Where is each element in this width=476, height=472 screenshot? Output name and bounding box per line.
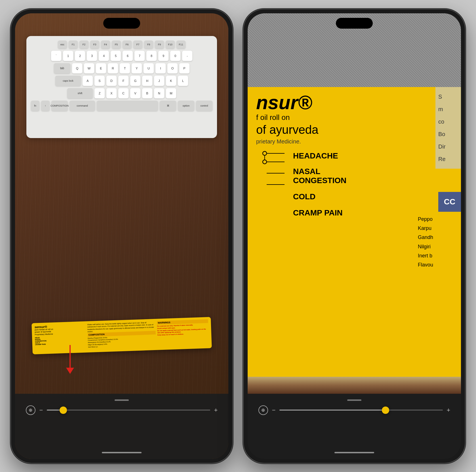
- product-medicine-zoomed: prietary Medicine.: [256, 138, 452, 145]
- ingredient-karpu: Karpu: [418, 224, 459, 233]
- key-dash: -: [182, 51, 192, 61]
- right-label-s: S: [438, 90, 458, 103]
- key-z: Z: [94, 88, 105, 98]
- key-l: L: [178, 76, 188, 86]
- key-f: F: [118, 76, 129, 86]
- swipe-up-handle-1[interactable]: [115, 399, 129, 401]
- zoom-minus-2[interactable]: −: [272, 407, 276, 414]
- zoom-track-1[interactable]: [47, 410, 210, 410]
- key-u: U: [144, 63, 154, 73]
- zoom-in-icon-2[interactable]: ⊕: [258, 405, 268, 415]
- key-2: 2: [75, 51, 85, 61]
- dynamic-island-1: [103, 18, 140, 29]
- keyboard-row-fn: esc F1 F2 F3 F4 F5 F6 F7 F8 F9 F10 F11: [31, 41, 212, 48]
- key-command: command: [69, 101, 95, 111]
- key-o: O: [167, 63, 178, 73]
- zoom-in-icon-1[interactable]: ⊕: [26, 405, 35, 415]
- zoom-thumb-2[interactable]: [382, 407, 389, 414]
- conditions-lines-svg: [259, 148, 316, 204]
- ingredients-list-right: Peppo Karpu Gandh Nilgiri Inert b Flavou: [418, 215, 460, 270]
- product-ayurveda-zoomed: of ayurveda: [256, 123, 452, 137]
- key-d: D: [106, 76, 117, 86]
- key-control: control: [196, 101, 212, 111]
- zoom-fill-2: [279, 410, 386, 410]
- key-5: 5: [111, 51, 121, 61]
- zoom-bar-2: ⊕ − +: [258, 405, 450, 415]
- key-8: 8: [146, 51, 157, 61]
- right-label-co: co: [438, 115, 458, 128]
- key-e: E: [96, 63, 106, 73]
- key-space: [97, 101, 158, 111]
- key-p: P: [179, 63, 189, 73]
- ingredient-flavou: Flavou: [418, 260, 459, 269]
- key-f4: F4: [101, 41, 110, 48]
- ingredient-peppo: Peppo: [418, 215, 459, 224]
- key-4: 4: [99, 51, 109, 61]
- key-shift: shift: [67, 88, 93, 98]
- key-f5: F5: [112, 41, 121, 48]
- key-option-left: COMPOSITION: [51, 101, 68, 111]
- ingredient-nilgiri: Nilgiri: [418, 242, 459, 251]
- key-f1: F1: [69, 41, 78, 48]
- bottom-controls-bar-1: ⊕ − +: [15, 394, 228, 459]
- keyboard-row-qwerty: tab Q W E R T Y U I O P: [31, 63, 212, 73]
- bottom-controls-bar-2: ⊕ − +: [248, 394, 461, 459]
- key-t: T: [120, 63, 130, 73]
- key-esc: esc: [58, 41, 67, 48]
- product-tagline-zoomed: f oil roll on: [256, 113, 452, 122]
- swipe-up-handle-2[interactable]: [347, 399, 361, 401]
- condition-cold: COLD: [293, 192, 452, 201]
- ingredient-gandh: Gandh: [418, 233, 459, 242]
- key-r: R: [108, 63, 118, 73]
- key-c: C: [118, 88, 129, 98]
- key-f10: F10: [166, 41, 175, 48]
- key-m: M: [166, 88, 176, 98]
- zoom-plus-1[interactable]: +: [214, 407, 218, 414]
- key-k: K: [166, 76, 176, 86]
- condition-nasal: NASAL CONGESTION: [293, 167, 452, 185]
- blue-cc-badge: CC: [438, 192, 461, 212]
- zoom-bar-1: ⊕ − +: [26, 405, 218, 415]
- phone-2: nsur® f oil roll on of ayurveda prietary…: [244, 9, 465, 463]
- zoom-minus-1[interactable]: −: [39, 407, 43, 414]
- key-fn: fn: [31, 101, 39, 111]
- keyboard-row-modifiers: fn ↑ COMPOSITION command ⌘ option contro…: [31, 101, 212, 111]
- key-6: 6: [123, 51, 133, 61]
- conditions-group: HEADACHE NASAL CONGESTION COLD: [262, 151, 452, 217]
- zoomed-content-area: nsur® f oil roll on of ayurveda prietary…: [248, 87, 461, 226]
- key-q: Q: [72, 63, 82, 73]
- home-indicator-2[interactable]: [334, 452, 374, 453]
- key-b: B: [142, 88, 152, 98]
- key-capslock: caps lock: [55, 76, 81, 86]
- key-option-right: option: [178, 101, 194, 111]
- key-j: J: [154, 76, 164, 86]
- right-label-m: m: [438, 103, 458, 115]
- key-f2: F2: [79, 41, 89, 48]
- sensur-middle-section: Shake well before use. Keep the bottle t…: [87, 321, 156, 350]
- key-f9: F9: [155, 41, 164, 48]
- key-s: S: [94, 76, 105, 86]
- keyboard-row-zxcv: shift Z X C V B N M: [31, 88, 212, 98]
- key-ctrl-arrow: ↑: [41, 101, 50, 111]
- key-f7: F7: [133, 41, 142, 48]
- key-h: H: [142, 76, 152, 86]
- product-brand-zoomed: nsur®: [256, 93, 452, 112]
- key-7: 7: [134, 51, 145, 61]
- zoom-plus-2[interactable]: +: [447, 407, 450, 414]
- ingredient-inert: Inert b: [418, 251, 459, 260]
- right-label-re: Re: [438, 153, 458, 165]
- arrow-head: [66, 368, 74, 374]
- zoom-thumb-1[interactable]: [60, 407, 67, 414]
- key-backtick: `: [51, 51, 61, 61]
- key-command-right: ⌘: [160, 101, 176, 111]
- red-arrow-indicator: [66, 345, 74, 374]
- bottom-wood-strip: [248, 377, 461, 394]
- svg-point-1: [263, 160, 267, 164]
- home-indicator-1[interactable]: [102, 452, 142, 453]
- keyboard-row-asdf: caps lock A S D F G H J K L: [31, 76, 212, 86]
- key-1: 1: [63, 51, 73, 61]
- key-9: 9: [158, 51, 169, 61]
- key-a: A: [83, 76, 93, 86]
- condition-headache: HEADACHE: [293, 152, 452, 160]
- zoom-track-2[interactable]: [279, 410, 443, 410]
